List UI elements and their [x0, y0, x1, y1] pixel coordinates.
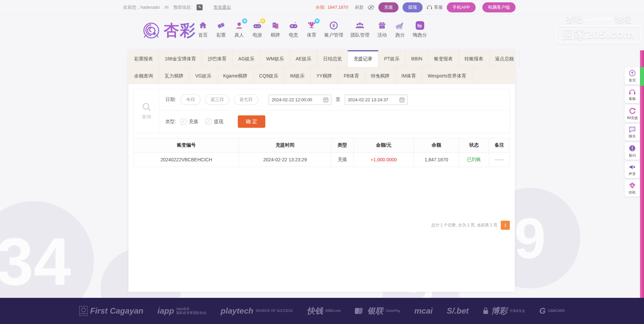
nav-item-label: 首页: [198, 32, 208, 38]
scrollbar-thumb[interactable]: [640, 67, 644, 86]
nav-item-11[interactable]: 跑分中国 跑分: [391, 19, 409, 40]
edit-icon[interactable]: ✎: [197, 4, 203, 10]
tab-瓦力棋牌[interactable]: 瓦力棋牌: [159, 67, 190, 84]
checkbox-icon[interactable]: ✓: [180, 119, 186, 124]
date-to-input[interactable]: [348, 97, 397, 102]
records-table: 账变编号充提时间类型金额/元余额状态备注 20240222VBCBEHCICH2…: [133, 138, 510, 167]
tab-Kgame棋牌[interactable]: Kgame棋牌: [217, 67, 253, 84]
footer-logo-subtext: UnionPay: [386, 309, 400, 313]
footer-logo-playtech: playtechSOURCE OF SUCCESS: [221, 306, 293, 316]
table-header-row: 账变编号充提时间类型金额/元余额状态备注: [134, 138, 510, 153]
nav-item-6[interactable]: 电竞: [284, 19, 303, 40]
tab-余额查询[interactable]: 余额查询: [128, 67, 159, 84]
tab-CQ9娱乐[interactable]: CQ9娱乐: [254, 67, 284, 84]
tab-YY棋牌[interactable]: YY棋牌: [311, 67, 338, 84]
sidebar-item-首页[interactable]: 首页: [625, 67, 640, 85]
tab-特兔棋牌[interactable]: 特兔棋牌: [365, 67, 396, 84]
date-to-field[interactable]: [345, 95, 408, 105]
reserved-info-label: 预留信息:: [173, 4, 192, 10]
tab-返点总额[interactable]: 返点总额: [489, 50, 520, 67]
mobile-app-button[interactable]: 手机APP: [447, 2, 476, 12]
nav-item-1[interactable]: 首页: [194, 19, 212, 40]
tab-FB体育[interactable]: FB体育: [338, 67, 365, 84]
nav-item-3[interactable]: N 真人: [230, 19, 248, 40]
tab-Wesports世界体育[interactable]: Wesports世界体育: [422, 67, 472, 84]
nav-item-4[interactable]: H 电游: [248, 19, 266, 40]
footer: First Cagayaniappiapp成员 隐私权专家国际协会playtec…: [0, 298, 644, 324]
tab-彩票报表[interactable]: 彩票报表: [128, 50, 159, 67]
type-option-提现[interactable]: ✓ 提现: [206, 119, 223, 125]
withdraw-button[interactable]: 提现: [402, 2, 423, 12]
date-from-input[interactable]: [272, 97, 321, 102]
main-nav: 首页 彩票 N 真人 H 电游 棋牌 电竞1 N 体育¥ 账户管理 团队管理 活…: [194, 19, 431, 40]
quick-range-近三日[interactable]: 近三日: [205, 94, 229, 105]
lock-icon: [483, 307, 489, 315]
date-from-field[interactable]: [269, 95, 331, 105]
nav-item-10[interactable]: 活动: [373, 19, 391, 40]
scrollbar-track[interactable]: [640, 50, 644, 324]
type-option-充值[interactable]: ✓ 充值: [180, 119, 198, 125]
confirm-button[interactable]: 确 定: [238, 115, 265, 128]
brand-logo[interactable]: 杏彩: [141, 20, 196, 41]
tab-沙巴体育[interactable]: 沙巴体育: [202, 50, 232, 67]
footer-logo-text: S/.bet: [447, 306, 469, 316]
mail-icon[interactable]: ✉: [164, 4, 169, 10]
footer-logo-text: G: [539, 306, 546, 316]
sidebar-item-挂机[interactable]: 挂机: [625, 180, 640, 197]
team-icon: [355, 21, 365, 30]
sidebar-item-疑问[interactable]: 疑问: [625, 142, 640, 160]
logout-link[interactable]: 安全退出: [213, 4, 231, 10]
tab-VG娱乐[interactable]: VG娱乐: [190, 67, 217, 84]
tab-BBIN[interactable]: BBIN: [406, 50, 428, 67]
tab-PT娱乐[interactable]: PT娱乐: [378, 50, 406, 67]
sidebar-item-IM充值[interactable]: IM充值: [625, 105, 640, 122]
filter-left-panel: 查询: [134, 89, 159, 133]
pagination: 总计 1 个记录, 分为 1 页, 当前第 1 页 1: [431, 221, 510, 230]
nav-item-8[interactable]: ¥ 账户管理: [321, 19, 347, 40]
customer-service-link[interactable]: 客服: [427, 4, 443, 10]
tab-IM娱乐[interactable]: IM娱乐: [284, 67, 311, 84]
calendar-icon[interactable]: [323, 97, 328, 102]
tab-转账报表[interactable]: 转账报表: [459, 50, 489, 67]
type-option-label: 充值: [189, 119, 198, 125]
tab-188金宝博体育[interactable]: 188金宝博体育: [159, 50, 202, 67]
tab-AG娱乐[interactable]: AG娱乐: [232, 50, 260, 67]
nav-item-2[interactable]: 彩票: [212, 19, 230, 40]
checkbox-icon[interactable]: ✓: [206, 119, 211, 124]
svg-text:1: 1: [311, 22, 312, 25]
sidebar-item-聊天[interactable]: 聊天: [625, 124, 640, 141]
footer-logo-mcai: mcai: [414, 306, 433, 316]
question-icon: [629, 145, 636, 152]
badge-H: H: [260, 18, 265, 23]
sidebar-item-声音[interactable]: 声音: [625, 161, 640, 178]
quick-range-近七日[interactable]: 近七日: [234, 94, 258, 105]
tab-账变报表[interactable]: 账变报表: [428, 50, 459, 67]
tab-AE娱乐[interactable]: AE娱乐: [290, 50, 317, 67]
calendar-icon[interactable]: [399, 97, 405, 102]
footer-logo-99bill: 快钱99Bill.com: [307, 306, 341, 316]
nav-item-12[interactable]: hi 嗨跑分: [409, 19, 431, 40]
footer-logo-subtext: iapp成员 隐私权专家国际协会: [176, 307, 207, 315]
ticket-icon: [216, 21, 226, 30]
nav-item-label: 账户管理: [324, 32, 343, 38]
svg-text:hi: hi: [417, 23, 422, 29]
tab-日结总览[interactable]: 日结总览: [317, 50, 348, 67]
quick-range-今日[interactable]: 今日: [180, 94, 201, 105]
nav-item-9[interactable]: 团队管理: [347, 19, 373, 40]
rose-logo-icon: [141, 20, 162, 41]
pc-client-button[interactable]: 电脑客户端: [482, 2, 516, 12]
refresh-link[interactable]: 刷新: [355, 4, 364, 10]
sidebar-item-客服[interactable]: 客服: [625, 86, 640, 103]
nav-item-7[interactable]: 1 N 体育: [303, 19, 321, 40]
tab-WM娱乐[interactable]: WM娱乐: [261, 50, 290, 67]
coin-icon: ¥: [329, 21, 338, 30]
tab-IM体育[interactable]: IM体育: [396, 67, 422, 84]
gift-icon: [377, 21, 387, 30]
tab-充提记录[interactable]: 充提记录: [348, 50, 378, 67]
recharge-button[interactable]: 充值: [378, 2, 398, 12]
footer-logo-text: 银联: [367, 306, 383, 316]
eye-slash-icon[interactable]: [368, 5, 374, 10]
header: 杏彩 首页 彩票 N 真人 H 电游 棋牌 电竞1 N 体育¥ 账户管理 团队管…: [0, 15, 644, 50]
nav-item-5[interactable]: 棋牌: [266, 19, 284, 40]
page-1-button[interactable]: 1: [501, 221, 510, 230]
